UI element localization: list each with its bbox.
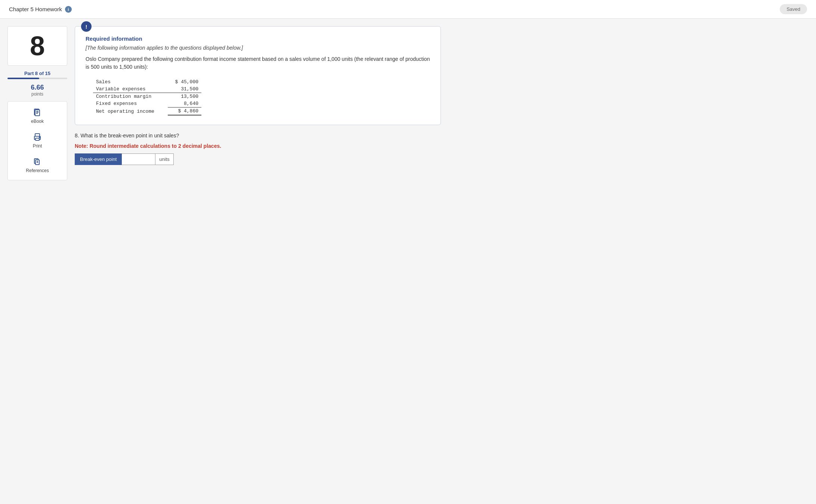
- header-left: Chapter 5 Homework i: [9, 6, 72, 13]
- points-value: 6.66: [31, 84, 44, 91]
- table-row: Contribution margin 13,500: [93, 93, 201, 100]
- ebook-label: eBook: [31, 119, 44, 124]
- answer-row: Break-even point units: [75, 153, 441, 165]
- required-info-title: Required information: [86, 35, 430, 42]
- print-icon: [33, 133, 42, 142]
- references-label: References: [26, 168, 49, 173]
- sidebar-actions: eBook Print References: [7, 101, 67, 180]
- row-label: Sales: [93, 78, 168, 85]
- table-row: Fixed expenses 8,640: [93, 100, 201, 108]
- svg-rect-7: [35, 138, 39, 140]
- part-text: Part 8 of 15: [24, 71, 50, 76]
- row-value: 31,500: [168, 85, 201, 93]
- svg-point-8: [39, 137, 40, 138]
- row-value: 8,640: [168, 100, 201, 108]
- break-even-input[interactable]: [122, 153, 155, 165]
- row-label: Variable expenses: [93, 85, 168, 93]
- info-description: Oslo Company prepared the following cont…: [86, 55, 430, 71]
- row-label: Fixed expenses: [93, 100, 168, 108]
- question-number: 8: [30, 32, 45, 59]
- table-row: Variable expenses 31,500: [93, 85, 201, 93]
- ebook-icon: [33, 108, 42, 117]
- references-action[interactable]: References: [8, 154, 67, 177]
- answer-label: Break-even point: [75, 153, 122, 165]
- question-section: 8. What is the break-even point in unit …: [75, 133, 441, 165]
- table-row: Net operating income $ 4,860: [93, 108, 201, 115]
- question-number-box: 8: [7, 26, 67, 66]
- sidebar: 8 Part 8 of 15 6.66 points eBook: [7, 26, 67, 180]
- info-icon[interactable]: i: [65, 6, 72, 13]
- header: Chapter 5 Homework i Saved: [0, 0, 816, 19]
- svg-rect-5: [35, 134, 40, 136]
- print-label: Print: [33, 143, 42, 149]
- table-row: Sales $ 45,000: [93, 78, 201, 85]
- ebook-action[interactable]: eBook: [8, 105, 67, 128]
- references-icon: [33, 158, 42, 167]
- income-statement-table: Sales $ 45,000 Variable expenses 31,500 …: [93, 78, 201, 116]
- question-text: 8. What is the break-even point in unit …: [75, 133, 441, 139]
- row-value: $ 45,000: [168, 78, 201, 85]
- row-value: $ 4,860: [168, 108, 201, 115]
- info-box: ! Required information [The following in…: [75, 26, 441, 125]
- info-subtitle: [The following information applies to th…: [86, 45, 430, 51]
- saved-badge: Saved: [780, 4, 807, 14]
- print-action[interactable]: Print: [8, 129, 67, 152]
- question-note: Note: Round intermediate calculations to…: [75, 143, 441, 149]
- part-progress-bar: [7, 78, 67, 79]
- part-progress-fill: [7, 78, 39, 79]
- row-label: Net operating income: [93, 108, 168, 115]
- row-value: 13,500: [168, 93, 201, 100]
- points-label: points: [31, 91, 44, 97]
- content-area: ! Required information [The following in…: [75, 26, 441, 180]
- main-content: 8 Part 8 of 15 6.66 points eBook: [0, 19, 448, 188]
- part-label-section: Part 8 of 15: [7, 70, 67, 79]
- points-section: 6.66 points: [31, 84, 44, 97]
- required-info-icon: !: [81, 21, 92, 32]
- page-title: Chapter 5 Homework: [9, 6, 62, 12]
- answer-unit: units: [155, 153, 173, 165]
- row-label: Contribution margin: [93, 93, 168, 100]
